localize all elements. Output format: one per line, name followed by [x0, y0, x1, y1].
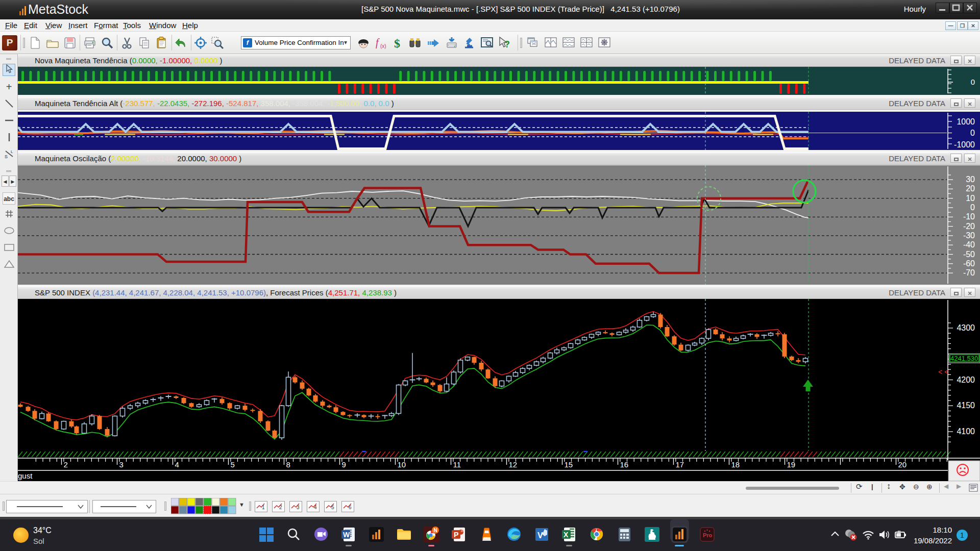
svg-text:3: 3 — [297, 505, 300, 510]
svg-text:-70: -70 — [963, 268, 975, 277]
svg-text:-1000: -1000 — [954, 140, 975, 149]
svg-text:S: S — [5, 154, 8, 159]
svg-text:P: P — [454, 531, 458, 539]
svg-text:1: 1 — [262, 505, 265, 510]
svg-text:?: ? — [504, 39, 510, 49]
svg-text:4: 4 — [314, 505, 317, 510]
svg-text:4300: 4300 — [957, 323, 975, 332]
svg-text:-10: -10 — [963, 212, 975, 221]
svg-text:4150: 4150 — [957, 401, 975, 410]
svg-text:19: 19 — [787, 460, 796, 469]
svg-text:-30: -30 — [963, 231, 975, 240]
svg-text:L: L — [11, 149, 13, 154]
svg-text:-40: -40 — [963, 240, 975, 249]
svg-text:11: 11 — [453, 460, 461, 469]
svg-text:8: 8 — [286, 460, 290, 469]
svg-text:20: 20 — [898, 460, 907, 469]
svg-text:gust: gust — [18, 471, 33, 480]
svg-text:$: $ — [394, 37, 400, 49]
svg-text:-20: -20 — [963, 222, 975, 231]
svg-text:9: 9 — [342, 460, 346, 469]
svg-text:5: 5 — [331, 505, 334, 510]
svg-text:(x): (x) — [380, 43, 386, 49]
svg-text:1000: 1000 — [957, 117, 975, 126]
svg-text:2: 2 — [279, 505, 282, 510]
svg-text:< <: < < — [938, 368, 948, 376]
svg-text:4: 4 — [175, 460, 179, 469]
svg-text:N: N — [434, 528, 437, 533]
svg-text:0: 0 — [970, 129, 975, 137]
svg-text:12: 12 — [509, 460, 518, 469]
svg-text:X: X — [564, 531, 569, 539]
svg-text:V: V — [537, 531, 543, 540]
svg-text:5: 5 — [231, 460, 235, 469]
svg-text:0: 0 — [971, 78, 975, 86]
svg-text:20: 20 — [966, 184, 975, 193]
svg-text:10: 10 — [966, 194, 975, 203]
svg-text:6: 6 — [349, 505, 352, 510]
svg-text:f: f — [376, 37, 380, 48]
svg-text:-60: -60 — [963, 259, 975, 268]
svg-text:2: 2 — [64, 460, 68, 469]
svg-text:10: 10 — [398, 460, 406, 469]
svg-text:15: 15 — [565, 460, 573, 469]
svg-text:Pro: Pro — [703, 532, 713, 538]
svg-text:4100: 4100 — [957, 427, 975, 436]
svg-text:0: 0 — [970, 203, 975, 212]
svg-text:4241.530: 4241.530 — [950, 355, 978, 362]
svg-text:16: 16 — [620, 460, 629, 469]
svg-text:30: 30 — [966, 175, 975, 184]
svg-text:18: 18 — [731, 460, 740, 469]
svg-text:W: W — [343, 531, 350, 539]
svg-text:3: 3 — [119, 460, 124, 469]
svg-text:17: 17 — [676, 460, 684, 469]
svg-text:4200: 4200 — [957, 375, 975, 384]
svg-text:-50: -50 — [963, 250, 975, 259]
